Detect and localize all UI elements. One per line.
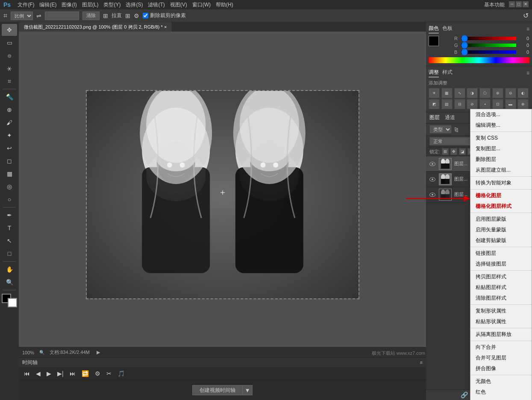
blue-slider[interactable]: [461, 50, 516, 54]
maximize-button[interactable]: □: [516, 1, 522, 7]
ctx-select-linked[interactable]: 选择链接图层: [470, 259, 532, 269]
timeline-audio-btn[interactable]: 🎵: [116, 369, 126, 378]
posterize-btn[interactable]: ▪: [479, 99, 491, 109]
eyedropper-tool[interactable]: 🔦: [2, 91, 17, 103]
eraser-tool[interactable]: ◻: [2, 155, 17, 167]
gradient-tool[interactable]: ▦: [2, 168, 17, 180]
gradient-map-btn[interactable]: ▬: [505, 99, 516, 109]
create-video-dropdown[interactable]: ▼: [243, 385, 252, 395]
photo-filter-btn[interactable]: ◩: [429, 99, 440, 109]
gear-icon[interactable]: ⚙: [134, 12, 139, 19]
bw-btn[interactable]: ◐: [517, 88, 529, 98]
menu-view[interactable]: 视图(V): [170, 1, 187, 9]
pen-tool[interactable]: ✒: [2, 209, 17, 221]
channel-mix-btn[interactable]: ▤: [441, 99, 453, 109]
menu-type[interactable]: 类型(Y): [103, 1, 121, 9]
ratio-select[interactable]: 比例: [11, 12, 33, 20]
ctx-enable-vector-mask[interactable]: 启用矢量蒙版: [470, 225, 532, 235]
ctx-clear-style[interactable]: 清除图层样式: [470, 293, 532, 304]
delete-pixels-label[interactable]: 删除裁剪的像素: [143, 12, 186, 19]
timeline-loop-btn[interactable]: 🔁: [80, 369, 91, 378]
selective-color-btn[interactable]: ⊕: [517, 99, 529, 109]
layers-tab[interactable]: 图层: [429, 114, 440, 121]
layer-3-visibility[interactable]: [429, 191, 436, 199]
hand-tool[interactable]: ✋: [2, 263, 17, 275]
history-brush-tool[interactable]: ↩: [2, 142, 17, 154]
ctx-flatten[interactable]: 拼合图像: [470, 363, 532, 374]
ctx-delete-layer[interactable]: 删除图层: [470, 154, 532, 165]
shape-tool[interactable]: □: [2, 248, 17, 260]
ctx-copy-shape[interactable]: 复制形状属性: [470, 306, 532, 316]
adjustments-tab[interactable]: 调整: [429, 69, 439, 77]
ctx-orange[interactable]: 橙色: [470, 397, 532, 400]
minimize-button[interactable]: ─: [509, 1, 515, 7]
type-tool[interactable]: T: [2, 222, 17, 234]
menu-help[interactable]: 帮助(H): [216, 1, 233, 9]
expand-icon[interactable]: ▶: [97, 350, 100, 355]
move-tool[interactable]: ✥: [2, 24, 17, 36]
ctx-group-layers[interactable]: 从图层建立组...: [470, 165, 532, 175]
color-swatch[interactable]: [429, 36, 439, 46]
lock-pixels-btn[interactable]: ⊞: [442, 148, 449, 155]
layer-filter-select[interactable]: 类型: [429, 125, 452, 134]
levels-btn[interactable]: ▦: [441, 88, 453, 98]
layer-2-visibility[interactable]: [429, 175, 436, 183]
create-video-button[interactable]: 创建视频时间轴: [192, 385, 243, 395]
curves-btn[interactable]: ∿: [454, 88, 465, 98]
exposure-btn[interactable]: ◑: [467, 88, 478, 98]
magic-wand-tool[interactable]: ⚹: [2, 62, 17, 74]
timeline-play-btn[interactable]: ▶: [45, 369, 53, 378]
menu-filter[interactable]: 滤镜(T): [148, 1, 165, 9]
brightness-btn[interactable]: ☀: [429, 88, 440, 98]
close-button[interactable]: ✕: [523, 1, 529, 7]
lasso-tool[interactable]: ⌾: [2, 50, 17, 61]
ctx-copy-layer[interactable]: 复制图层...: [470, 143, 532, 154]
menu-file[interactable]: 文件(F): [18, 1, 34, 9]
crop-tool[interactable]: ⌗: [2, 75, 17, 87]
swatches-tab[interactable]: 色板: [442, 25, 453, 33]
ctx-merge-visible[interactable]: 合并可见图层: [470, 353, 532, 363]
vibrance-btn[interactable]: ⬡: [479, 88, 491, 98]
rainbow-bar[interactable]: [429, 57, 529, 63]
clone-stamp-tool[interactable]: ✦: [2, 129, 17, 141]
timeline-next-btn[interactable]: ▶|: [56, 369, 65, 378]
color-tab[interactable]: 颜色: [429, 25, 439, 33]
ctx-rasterize-layer[interactable]: 栅格化图层: [470, 190, 532, 201]
brush-tool[interactable]: 🖌: [2, 117, 17, 128]
zoom-tool[interactable]: 🔍: [2, 276, 17, 288]
link-icon[interactable]: 🔗: [461, 391, 468, 398]
balance-btn[interactable]: ⊖: [505, 88, 516, 98]
ctx-clipping-mask[interactable]: 创建剪贴蒙版: [470, 235, 532, 246]
green-slider[interactable]: [461, 44, 516, 47]
layer-1-visibility[interactable]: [429, 160, 436, 168]
ctx-paste-shape[interactable]: 粘贴形状属性: [470, 316, 532, 327]
blur-tool[interactable]: ◎: [2, 181, 17, 193]
ctx-no-color[interactable]: 无颜色: [470, 376, 532, 387]
ctx-paste-style[interactable]: 粘贴图层样式: [470, 282, 532, 293]
color-lookup-btn[interactable]: ⊟: [454, 99, 465, 109]
ctx-red[interactable]: 红色: [470, 387, 532, 397]
ctx-edit-adjust[interactable]: 编辑调整...: [470, 120, 532, 131]
selection-tool[interactable]: ▭: [2, 37, 17, 49]
menu-select[interactable]: 选择(S): [126, 1, 143, 9]
lock-artboard-btn[interactable]: ◪: [459, 148, 466, 155]
red-slider[interactable]: [461, 37, 516, 40]
timeline-collapse[interactable]: ≡: [420, 360, 423, 365]
ctx-copy-style[interactable]: 拷贝图层样式: [470, 272, 532, 282]
ctx-copy-css[interactable]: 复制 CSS: [470, 133, 532, 143]
color-panel-menu[interactable]: ≡: [526, 26, 529, 32]
threshold-btn[interactable]: ⊡: [492, 99, 503, 109]
ctx-release-isolated[interactable]: 从隔离图层释放: [470, 329, 532, 340]
ctx-merge-down[interactable]: 向下合并: [470, 342, 532, 353]
menu-image[interactable]: 图像(I): [62, 1, 76, 9]
menu-window[interactable]: 窗口(W): [192, 1, 211, 9]
document-tab[interactable]: 微信截图_20221221102023.png @ 100% (图层 0 拷贝 …: [19, 22, 172, 32]
ctx-smart-object[interactable]: 转换为智能对象: [470, 178, 532, 188]
ctx-blend-options[interactable]: 混合选项...: [470, 109, 532, 120]
timeline-settings-btn[interactable]: ⚙: [93, 369, 102, 378]
timeline-cut-btn[interactable]: ✂: [105, 369, 113, 378]
menu-layer[interactable]: 图层(L): [82, 1, 99, 9]
clear-button[interactable]: 清除: [82, 12, 100, 20]
channels-tab[interactable]: 通道: [445, 114, 455, 121]
timeline-end-btn[interactable]: ⏭: [68, 369, 77, 378]
